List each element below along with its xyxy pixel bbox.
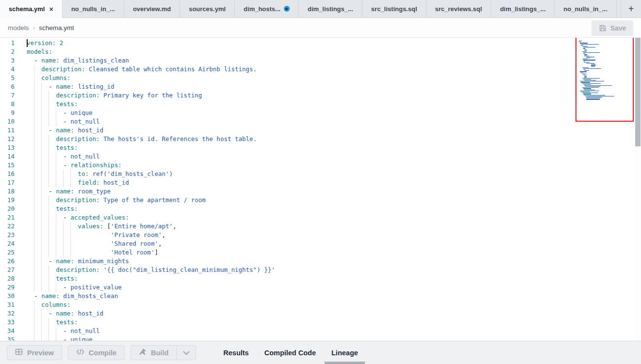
indent-guide — [41, 335, 42, 341]
minimap-line — [580, 81, 604, 81]
indent-guide — [49, 222, 49, 231]
code-line-13: 13 tests: — [0, 143, 641, 152]
code-line-14: 14 - not_null — [0, 152, 641, 161]
file-tab-sources-yml[interactable]: sources.yml — [180, 0, 235, 17]
indent-guide — [41, 213, 42, 222]
minimap-line — [582, 46, 588, 47]
minimap-line — [591, 66, 595, 67]
minimap-line — [581, 45, 583, 46]
new-tab-button[interactable]: + — [621, 0, 641, 17]
breadcrumb-folder[interactable]: models — [8, 24, 29, 32]
line-number: 32 — [0, 309, 27, 318]
code-text: - not_null — [27, 327, 641, 335]
line-number: 12 — [0, 135, 27, 143]
build-dropdown-button[interactable] — [176, 346, 196, 360]
result-panel-tabs: ResultsCompiled CodeLineage — [215, 341, 366, 364]
indent-guide — [34, 152, 34, 161]
line-number: 23 — [0, 231, 27, 239]
line-number: 28 — [0, 274, 27, 283]
minimap[interactable] — [579, 41, 631, 100]
indent-guide — [56, 222, 56, 231]
editor-scrollbar[interactable] — [635, 38, 641, 341]
indent-guide — [41, 109, 42, 117]
indent-guide — [56, 239, 56, 248]
chevron-down-icon — [183, 348, 190, 357]
indent-guide — [49, 161, 49, 170]
panel-tab-results[interactable]: Results — [215, 341, 256, 364]
file-tab-schema-yml[interactable]: schema.yml× — [0, 0, 63, 18]
file-tab-no-nulls-in-[interactable]: no_nulls_in_... — [63, 0, 124, 17]
code-line-12: 12 description: The hosts's id. Referenc… — [0, 135, 641, 143]
code-text: description: Cleansed table which contai… — [27, 65, 641, 74]
minimap-line — [584, 49, 587, 50]
indent-guide — [34, 117, 34, 126]
file-toolbar: models › schema.yml Save — [0, 18, 641, 38]
file-tab-dim-hosts-[interactable]: dim_hosts... — [235, 0, 299, 17]
indent-guide — [34, 196, 34, 205]
code-line-7: 7 description: Primary key for the listi… — [0, 91, 641, 100]
file-tab-overview-md[interactable]: overview.md — [124, 0, 180, 17]
indent-guide — [34, 91, 34, 100]
close-tab-icon[interactable]: × — [49, 5, 53, 13]
bottom-action-bar: Preview Compile — [0, 341, 641, 364]
scrollbar-thumb[interactable] — [635, 38, 641, 146]
indent-guide — [56, 109, 56, 117]
indent-guide — [34, 74, 34, 82]
minimap-line — [581, 73, 583, 73]
minimap-line — [580, 43, 588, 43]
compile-button[interactable]: Compile — [68, 345, 125, 360]
indent-guide — [49, 91, 49, 100]
minimap-line — [580, 71, 587, 72]
code-text: - not_null — [27, 152, 641, 161]
file-tab-dim-listings-[interactable]: dim_listings_... — [299, 0, 362, 17]
build-button[interactable]: Build — [131, 346, 176, 360]
code-line-20: 20 tests: — [0, 205, 641, 213]
file-tab-no-nulls-in-[interactable]: no_nulls_in_... — [555, 0, 616, 17]
line-number: 16 — [0, 170, 27, 178]
indent-guide — [34, 135, 34, 143]
code-line-35: 35 - unique — [0, 335, 641, 341]
line-number: 31 — [0, 301, 27, 309]
save-button[interactable]: Save — [592, 20, 633, 36]
indent-guide — [41, 143, 42, 152]
action-buttons: Preview Compile — [7, 345, 196, 360]
line-number: 5 — [0, 74, 27, 82]
file-tab-dim-listings-[interactable]: dim_listings_... — [491, 0, 555, 17]
minimap-line — [584, 56, 589, 56]
code-editor[interactable]: 1version: 22models:3 - name: dim_listing… — [0, 38, 641, 341]
indent-guide — [34, 82, 34, 91]
line-number: 25 — [0, 248, 27, 257]
indent-guide — [41, 161, 42, 170]
line-number: 7 — [0, 91, 27, 100]
preview-button[interactable]: Preview — [7, 345, 62, 360]
panel-tab-compiled-code[interactable]: Compiled Code — [257, 341, 324, 364]
code-line-10: 10 - not_null — [0, 117, 641, 126]
line-number: 8 — [0, 100, 27, 109]
indent-guide — [49, 335, 49, 341]
file-tab-label: overview.md — [133, 5, 171, 13]
indent-guide — [63, 178, 64, 187]
code-line-6: 6 - name: listing_id — [0, 82, 641, 91]
code-line-24: 24 'Shared room', — [0, 239, 641, 248]
code-line-27: 27 description: '{{ doc("dim_listing_cle… — [0, 266, 641, 274]
line-number: 14 — [0, 152, 27, 161]
file-tab-src-listings-sql[interactable]: src_listings.sql — [362, 0, 427, 17]
indent-guide — [56, 170, 56, 178]
line-number: 24 — [0, 239, 27, 248]
indent-guide — [41, 205, 42, 213]
indent-guide — [41, 222, 42, 231]
code-line-32: 32 - name: host_id — [0, 309, 641, 318]
indent-guide — [34, 187, 34, 196]
indent-guide — [63, 170, 64, 178]
file-tab-src-reviews-sql[interactable]: src_reviews.sql — [427, 0, 492, 17]
indent-guide — [41, 274, 42, 283]
minimap-line — [583, 60, 595, 60]
indent-guide — [63, 222, 64, 231]
panel-tab-lineage[interactable]: Lineage — [324, 341, 366, 364]
line-number: 4 — [0, 65, 27, 74]
indent-guide — [34, 178, 34, 187]
code-text: - relationships: — [27, 161, 641, 170]
indent-guide — [41, 82, 42, 91]
line-number: 13 — [0, 143, 27, 152]
file-tab-label: no_nulls_in_... — [563, 5, 607, 13]
